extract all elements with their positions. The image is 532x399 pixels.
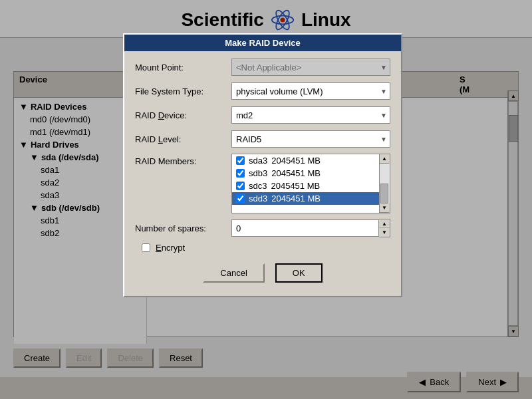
raid-device-value: md2 <box>236 110 253 120</box>
ok-button[interactable]: OK <box>275 263 323 283</box>
dialog-overlay: Make RAID Device Mount Point: <Not Appli… <box>0 0 532 399</box>
member-item-sdd3[interactable]: sdd3 2045451 MB <box>232 192 379 205</box>
members-scrollbar[interactable]: ▲ ▼ <box>380 154 390 213</box>
raid-level-value: RAID5 <box>236 134 261 144</box>
make-raid-dialog: Make RAID Device Mount Point: <Not Appli… <box>123 33 402 297</box>
member-name-sdb3: sdb3 <box>249 168 267 178</box>
member-item-sda3[interactable]: sda3 2045451 MB <box>232 154 379 167</box>
spares-spin-up[interactable]: ▲ <box>379 219 390 228</box>
mount-point-row: Mount Point: <Not Applicable> ▼ <box>135 58 390 76</box>
dialog-buttons: Cancel OK <box>135 258 390 289</box>
encrypt-label[interactable]: Encrypt <box>156 243 185 253</box>
spares-label: Number of spares: <box>135 223 231 233</box>
members-scroll-track[interactable] <box>380 164 390 203</box>
member-checkbox-sda3[interactable] <box>236 156 245 165</box>
file-system-type-control: physical volume (LVM) ▼ <box>231 82 390 100</box>
spares-spinner: ▲ ▼ <box>379 219 390 237</box>
dialog-body: Mount Point: <Not Applicable> ▼ File Sys… <box>124 51 401 296</box>
member-size-sda3: 2045451 MB <box>271 156 321 166</box>
mount-point-select[interactable]: <Not Applicable> ▼ <box>231 59 390 76</box>
encrypt-row: Encrypt <box>135 243 390 253</box>
member-checkbox-sdb3[interactable] <box>236 169 245 178</box>
mount-point-arrow-icon: ▼ <box>380 64 387 71</box>
file-system-type-row: File System Type: physical volume (LVM) … <box>135 82 390 100</box>
members-scroll-thumb[interactable] <box>380 184 388 203</box>
dialog-titlebar: Make RAID Device <box>124 35 401 51</box>
member-name-sdc3: sdc3 <box>249 181 267 191</box>
spares-control: ▲ ▼ <box>231 219 390 237</box>
raid-members-control: sda3 2045451 MB sdb3 2045451 MB sdc3 <box>231 154 390 213</box>
members-scroll-down-btn[interactable]: ▼ <box>380 203 389 213</box>
member-size-sdc3: 2045451 MB <box>271 181 320 191</box>
members-container: sda3 2045451 MB sdb3 2045451 MB sdc3 <box>231 154 390 213</box>
raid-members-label: RAID Members: <box>135 156 231 166</box>
member-checkbox-sdc3[interactable] <box>236 182 245 190</box>
member-name-sdd3: sdd3 <box>249 194 267 203</box>
spares-input-row: ▲ ▼ <box>231 219 390 237</box>
mount-point-value: <Not Applicable> <box>236 63 301 72</box>
spares-input[interactable] <box>231 219 379 237</box>
member-checkbox-sdd3[interactable] <box>236 194 245 203</box>
member-name-sda3: sda3 <box>249 156 267 166</box>
raid-level-row: RAID Level: RAID5 ▼ <box>135 130 390 148</box>
raid-members-row: RAID Members: sda3 2045451 MB sdb3 <box>135 154 390 213</box>
raid-device-control: md2 ▼ <box>231 106 390 124</box>
spares-spin-down[interactable]: ▼ <box>379 228 390 237</box>
file-system-type-select[interactable]: physical volume (LVM) ▼ <box>231 82 390 100</box>
raid-level-label: RAID Level: <box>135 134 231 144</box>
member-size-sdb3: 2045451 MB <box>271 168 321 178</box>
raid-device-label: RAID Device: <box>135 110 231 120</box>
members-scroll-up-btn[interactable]: ▲ <box>380 154 389 164</box>
raid-level-control: RAID5 ▼ <box>231 130 390 148</box>
mount-point-label: Mount Point: <box>135 63 231 72</box>
encrypt-checkbox[interactable] <box>142 243 150 252</box>
spares-row: Number of spares: ▲ ▼ <box>135 219 390 237</box>
mount-point-control: <Not Applicable> ▼ <box>231 59 390 76</box>
file-system-type-arrow-icon: ▼ <box>380 88 387 95</box>
file-system-type-label: File System Type: <box>135 86 231 96</box>
member-size-sdd3: 2045451 MB <box>271 194 321 203</box>
cancel-button[interactable]: Cancel <box>203 263 264 283</box>
raid-device-row: RAID Device: md2 ▼ <box>135 106 390 124</box>
members-list[interactable]: sda3 2045451 MB sdb3 2045451 MB sdc3 <box>231 154 380 213</box>
raid-level-arrow-icon: ▼ <box>380 136 387 143</box>
raid-device-arrow-icon: ▼ <box>380 112 387 119</box>
member-item-sdb3[interactable]: sdb3 2045451 MB <box>232 167 379 180</box>
file-system-type-value: physical volume (LVM) <box>236 86 323 96</box>
raid-device-select[interactable]: md2 ▼ <box>231 106 390 124</box>
member-item-sdc3[interactable]: sdc3 2045451 MB <box>232 180 379 192</box>
raid-level-select[interactable]: RAID5 ▼ <box>231 130 390 148</box>
